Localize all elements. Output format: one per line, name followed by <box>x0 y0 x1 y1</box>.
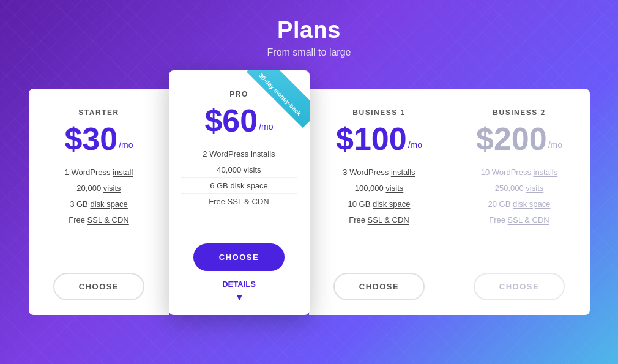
features-list-business1: 3 WordPress installs100,000 visits10 GB … <box>321 165 437 258</box>
price-row-business2: $200/mo <box>476 123 562 155</box>
choose-button-pro[interactable]: CHOOSE <box>193 243 285 271</box>
feature-item: 10 GB disk space <box>321 196 437 212</box>
price-unit-business1: /mo <box>408 140 422 150</box>
price-row-starter: $30/mo <box>64 123 133 155</box>
choose-button-starter[interactable]: CHOOSE <box>53 273 144 300</box>
plans-container: STARTER$30/mo1 WordPress install20,000 v… <box>0 70 618 315</box>
plan-card-business1: BUSINESS 1$100/mo3 WordPress installs100… <box>309 89 450 315</box>
price-amount-starter: $30 <box>64 123 117 155</box>
feature-item: 20 GB disk space <box>461 196 578 212</box>
choose-button-business2[interactable]: CHOOSE <box>474 273 565 300</box>
feature-item: 250,000 visits <box>461 180 578 196</box>
feature-item: 40,000 visits <box>181 162 297 178</box>
details-label: DETAILS <box>222 280 256 289</box>
price-unit-starter: /mo <box>119 140 133 150</box>
price-unit-pro: /mo <box>259 122 273 132</box>
price-row-pro: $60/mo <box>204 105 273 136</box>
details-link[interactable]: DETAILS▾ <box>222 280 256 303</box>
plan-name-business2: BUSINESS 2 <box>493 108 545 117</box>
price-row-business1: $100/mo <box>336 123 422 155</box>
feature-item: 6 GB disk space <box>181 178 297 194</box>
feature-item: 3 GB disk space <box>41 196 157 212</box>
plan-name-business1: BUSINESS 1 <box>352 108 405 117</box>
feature-item: 10 WordPress installs <box>461 165 578 180</box>
plan-card-business2: BUSINESS 2$200/mo10 WordPress installs25… <box>449 89 590 315</box>
price-unit-business2: /mo <box>548 140 562 150</box>
feature-item: 20,000 visits <box>41 180 157 196</box>
price-amount-business2: $200 <box>476 123 547 155</box>
chevron-down-icon: ▾ <box>237 291 242 303</box>
features-list-pro: 2 WordPress installs40,000 visits6 GB di… <box>181 146 297 229</box>
feature-item: 3 WordPress installs <box>321 165 437 180</box>
plan-name-starter: STARTER <box>78 108 119 117</box>
plan-card-pro: 30-day money-backPRO$60/mo2 WordPress in… <box>169 70 310 315</box>
feature-item: 2 WordPress installs <box>181 146 297 162</box>
feature-item: 100,000 visits <box>321 180 437 196</box>
feature-item: Free SSL & CDN <box>461 212 578 228</box>
page-header: Plans From small to large <box>0 0 618 70</box>
features-list-starter: 1 WordPress install20,000 visits3 GB dis… <box>41 165 157 258</box>
feature-item: Free SSL & CDN <box>321 212 437 228</box>
price-amount-pro: $60 <box>204 105 258 136</box>
feature-item: 1 WordPress install <box>41 165 157 180</box>
price-amount-business1: $100 <box>336 123 407 155</box>
feature-item: Free SSL & CDN <box>41 212 157 228</box>
plan-card-starter: STARTER$30/mo1 WordPress install20,000 v… <box>29 89 169 315</box>
feature-item: Free SSL & CDN <box>181 194 297 209</box>
page-subtitle: From small to large <box>0 47 618 58</box>
choose-button-business1[interactable]: CHOOSE <box>333 273 425 300</box>
plan-name-pro: PRO <box>229 90 248 98</box>
page-title: Plans <box>0 17 618 43</box>
features-list-business2: 10 WordPress installs250,000 visits20 GB… <box>461 165 578 258</box>
